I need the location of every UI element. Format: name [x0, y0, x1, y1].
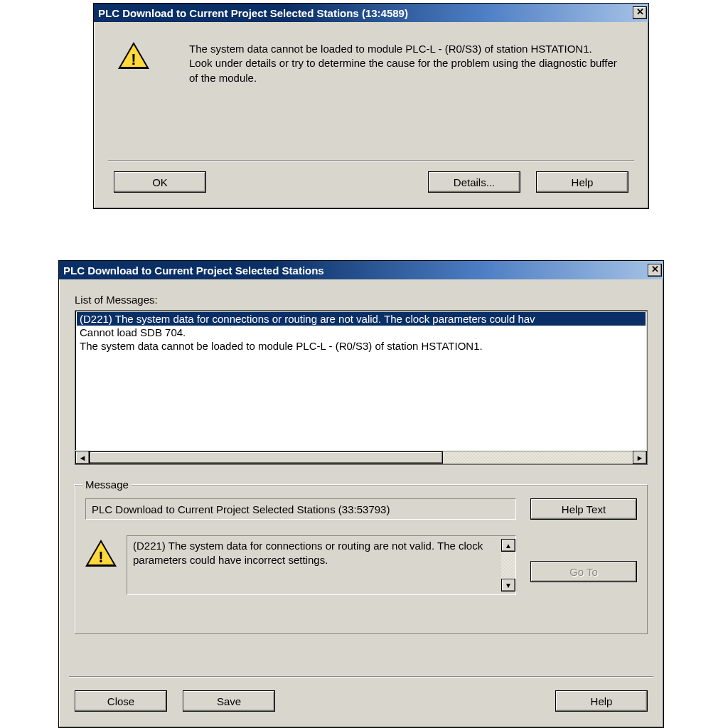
details-dialog: PLC Download to Current Project Selected… [58, 260, 664, 728]
list-item[interactable]: Cannot load SDB 704. [77, 326, 646, 339]
close-icon[interactable]: ✕ [648, 264, 662, 277]
message-list[interactable]: (D221) The system data for connections o… [75, 310, 648, 465]
window-title: PLC Download to Current Project Selected… [63, 264, 324, 277]
horizontal-scrollbar[interactable]: ◄ ► [75, 450, 647, 464]
list-item[interactable]: (D221) The system data for connections o… [77, 312, 646, 326]
titlebar[interactable]: PLC Download to Current Project Selected… [94, 4, 648, 22]
help-button[interactable]: Help [536, 171, 628, 193]
titlebar[interactable]: PLC Download to Current Project Selected… [59, 261, 663, 279]
vertical-scrollbar[interactable]: ▲ ▼ [501, 539, 515, 592]
scrollbar-thumb[interactable] [90, 451, 443, 464]
scroll-up-icon[interactable]: ▲ [501, 539, 515, 552]
help-text-button[interactable]: Help Text [530, 498, 637, 520]
warning-icon: ! [85, 540, 117, 568]
message-groupbox: Message PLC Download to Current Project … [75, 485, 648, 634]
close-button[interactable]: Close [75, 690, 167, 712]
save-button[interactable]: Save [183, 690, 275, 712]
separator [108, 160, 634, 161]
scroll-right-icon[interactable]: ► [633, 451, 647, 464]
groupbox-legend: Message [82, 478, 132, 491]
message-header-field: PLC Download to Current Project Selected… [85, 498, 516, 520]
message-text-line1: The system data cannot be loaded to modu… [189, 42, 624, 56]
list-item[interactable]: The system data cannot be loaded to modu… [77, 339, 646, 353]
message-detail-field: (D221) The system data for connections o… [127, 535, 516, 595]
separator [69, 676, 653, 678]
window-title: PLC Download to Current Project Selected… [98, 7, 408, 19]
error-dialog: PLC Download to Current Project Selected… [93, 3, 649, 209]
scroll-down-icon[interactable]: ▼ [501, 579, 515, 592]
close-icon[interactable]: ✕ [633, 6, 647, 19]
go-to-button: Go To [530, 561, 637, 582]
details-button[interactable]: Details... [428, 171, 520, 193]
warning-icon: ! [118, 42, 149, 70]
list-label: List of Messages: [75, 294, 648, 306]
ok-button[interactable]: OK [114, 171, 206, 193]
help-button[interactable]: Help [555, 690, 648, 712]
scroll-left-icon[interactable]: ◄ [75, 451, 90, 464]
message-detail-text: (D221) The system data for connections o… [133, 539, 501, 592]
message-text-line2: Look under details or try to determine t… [189, 56, 624, 85]
